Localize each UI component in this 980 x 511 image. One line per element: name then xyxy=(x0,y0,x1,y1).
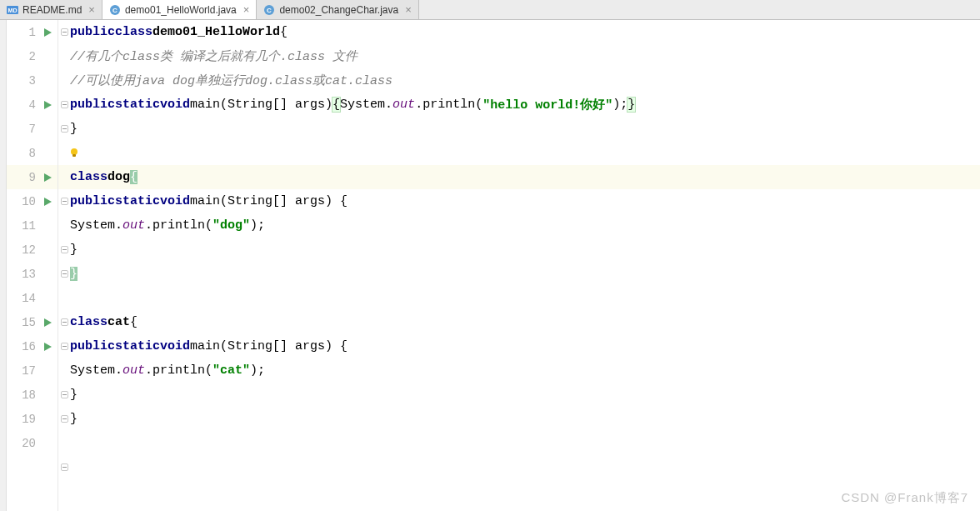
svg-marker-11 xyxy=(44,343,52,351)
tab-demo01[interactable]: C demo01_HelloWorld.java × xyxy=(102,0,257,19)
tab-demo02[interactable]: C demo02_ChangeChar.java × xyxy=(257,0,418,19)
code-line[interactable]: System.out.println("dog"); xyxy=(58,213,980,238)
run-gutter-icon[interactable] xyxy=(42,28,52,38)
svg-text:MD: MD xyxy=(8,8,18,13)
code-editor: 1 2 3 4 7 8 9 10 11 12 13 14 15 16 17 18… xyxy=(0,20,980,511)
code-line[interactable]: public static void main(String[] args) {… xyxy=(58,93,980,117)
tab-label: README.md xyxy=(22,4,82,16)
code-line[interactable]: //可以使用java dog单独运行dog.class或cat.class xyxy=(58,68,980,93)
svg-marker-8 xyxy=(44,173,52,182)
run-gutter-icon[interactable] xyxy=(42,197,52,207)
tab-label: demo01_HelloWorld.java xyxy=(125,4,237,16)
run-gutter-icon[interactable] xyxy=(42,342,52,352)
svg-text:C: C xyxy=(112,7,118,14)
close-icon[interactable]: × xyxy=(88,3,95,16)
line-number: 16 xyxy=(14,340,36,353)
line-number: 13 xyxy=(14,268,36,281)
editor-tabs: MD README.md × C demo01_HelloWorld.java … xyxy=(0,0,980,20)
code-line[interactable]: } xyxy=(58,383,980,407)
line-number: 9 xyxy=(14,171,36,184)
code-line[interactable]: class cat { xyxy=(58,310,980,334)
code-line[interactable] xyxy=(58,286,980,310)
code-area[interactable]: public class demo01_HelloWorld { //有几个cl… xyxy=(58,20,980,511)
watermark-text: CSDN @Frank博客7 xyxy=(841,490,968,506)
line-number: 8 xyxy=(14,147,36,160)
code-line[interactable]: public static void main(String[] args) { xyxy=(58,189,980,213)
line-number: 12 xyxy=(14,243,36,257)
svg-marker-10 xyxy=(44,318,52,327)
line-number: 17 xyxy=(14,364,36,378)
tab-label: demo02_ChangeChar.java xyxy=(279,4,398,16)
gutter: 1 2 3 4 7 8 9 10 11 12 13 14 15 16 17 18… xyxy=(7,20,58,511)
run-gutter-icon[interactable] xyxy=(42,173,52,183)
code-line[interactable] xyxy=(58,431,980,455)
line-number: 2 xyxy=(14,50,36,63)
svg-marker-9 xyxy=(44,198,52,206)
line-number: 10 xyxy=(14,195,36,208)
line-number: 11 xyxy=(14,219,36,233)
line-number: 18 xyxy=(14,388,36,402)
line-number: 19 xyxy=(14,413,36,426)
run-gutter-icon[interactable] xyxy=(42,318,52,328)
svg-marker-6 xyxy=(44,28,52,37)
code-line[interactable]: public class demo01_HelloWorld { xyxy=(58,20,980,44)
java-class-file-icon: C xyxy=(263,4,275,16)
code-line[interactable]: } xyxy=(58,238,980,262)
code-line[interactable]: class dog { xyxy=(58,165,980,189)
line-number: 1 xyxy=(14,26,36,39)
line-number: 15 xyxy=(14,316,36,329)
java-class-file-icon: C xyxy=(109,4,121,16)
markdown-file-icon: MD xyxy=(7,4,18,16)
editor-left-strip xyxy=(0,20,7,511)
code-line[interactable]: //有几个class类 编译之后就有几个.class 文件 xyxy=(58,44,980,68)
run-gutter-icon[interactable] xyxy=(42,100,52,110)
line-number: 4 xyxy=(14,98,36,112)
line-number: 14 xyxy=(14,292,36,305)
code-line[interactable]: } xyxy=(58,262,980,286)
svg-marker-7 xyxy=(44,101,52,109)
code-line[interactable]: } xyxy=(58,117,980,141)
code-line[interactable]: System.out.println("cat"); xyxy=(58,358,980,383)
close-icon[interactable]: × xyxy=(405,3,412,16)
line-number: 20 xyxy=(14,437,36,450)
code-line[interactable]: } xyxy=(58,407,980,431)
line-number: 3 xyxy=(14,74,36,88)
svg-text:C: C xyxy=(268,7,272,14)
line-number: 7 xyxy=(14,123,36,136)
tab-readme[interactable]: MD README.md × xyxy=(0,0,102,19)
close-icon[interactable]: × xyxy=(243,3,250,16)
code-line[interactable]: public static void main(String[] args) { xyxy=(58,334,980,358)
code-line[interactable] xyxy=(58,141,980,165)
fold-toggle-icon[interactable] xyxy=(61,463,68,471)
